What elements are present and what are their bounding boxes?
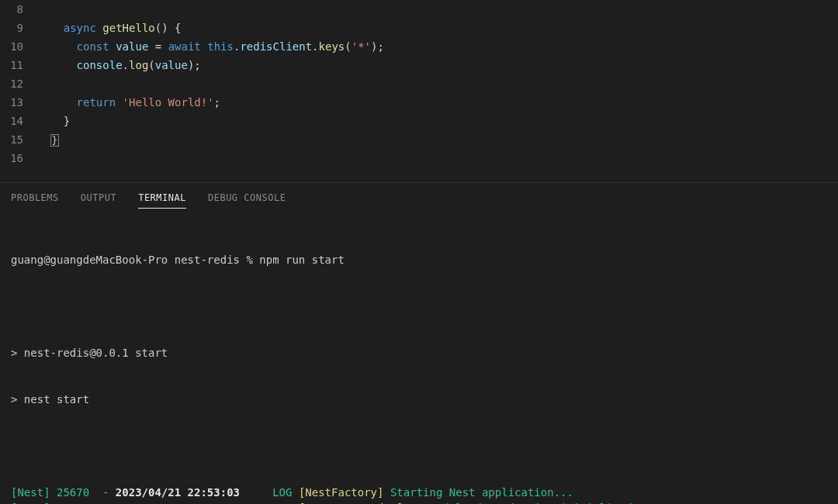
- code-line[interactable]: async getHello() {: [37, 19, 838, 37]
- code-line[interactable]: const value = await this.redisClient.key…: [37, 37, 838, 56]
- panel-tabs: PROBLEMS OUTPUT TERMINAL DEBUG CONSOLE: [0, 182, 838, 215]
- code-line[interactable]: console.log(value);: [37, 56, 838, 74]
- terminal-echo: > nest-redis@0.0.1 start: [11, 345, 827, 361]
- code-line[interactable]: [37, 149, 838, 167]
- code-content[interactable]: async getHello() { const value = await t…: [37, 0, 838, 182]
- line-number: 12: [0, 74, 23, 93]
- line-number: 16: [0, 149, 23, 167]
- line-number: 14: [0, 112, 23, 130]
- code-line[interactable]: }: [37, 130, 838, 149]
- tab-debug-console[interactable]: DEBUG CONSOLE: [208, 189, 286, 209]
- log-line: [Nest] 25670 - 2023/04/21 22:53:03 LOG […: [11, 500, 827, 504]
- line-number: 13: [0, 93, 23, 112]
- line-number: 9: [0, 19, 23, 37]
- terminal-panel[interactable]: guang@guangdeMacBook-Pro nest-redis % np…: [0, 215, 838, 504]
- code-line[interactable]: }: [37, 112, 838, 130]
- line-number: 11: [0, 56, 23, 74]
- code-line[interactable]: [37, 74, 838, 93]
- tab-output[interactable]: OUTPUT: [81, 189, 116, 209]
- code-line[interactable]: [37, 0, 838, 19]
- terminal-echo: > nest start: [11, 392, 827, 407]
- terminal-prompt-line: guang@guangdeMacBook-Pro nest-redis % np…: [11, 252, 827, 268]
- line-number-gutter: 8910111213141516: [0, 0, 37, 182]
- tab-problems[interactable]: PROBLEMS: [11, 189, 59, 209]
- code-editor[interactable]: 8910111213141516 async getHello() { cons…: [0, 0, 838, 182]
- line-number: 10: [0, 37, 23, 56]
- tab-terminal[interactable]: TERMINAL: [138, 189, 186, 209]
- code-line[interactable]: return 'Hello World!';: [37, 93, 838, 112]
- log-line: [Nest] 25670 - 2023/04/21 22:53:03 LOG […: [11, 485, 827, 500]
- terminal-nest-logs: [Nest] 25670 - 2023/04/21 22:53:03 LOG […: [11, 485, 827, 504]
- line-number: 8: [0, 0, 23, 19]
- line-number: 15: [0, 130, 23, 149]
